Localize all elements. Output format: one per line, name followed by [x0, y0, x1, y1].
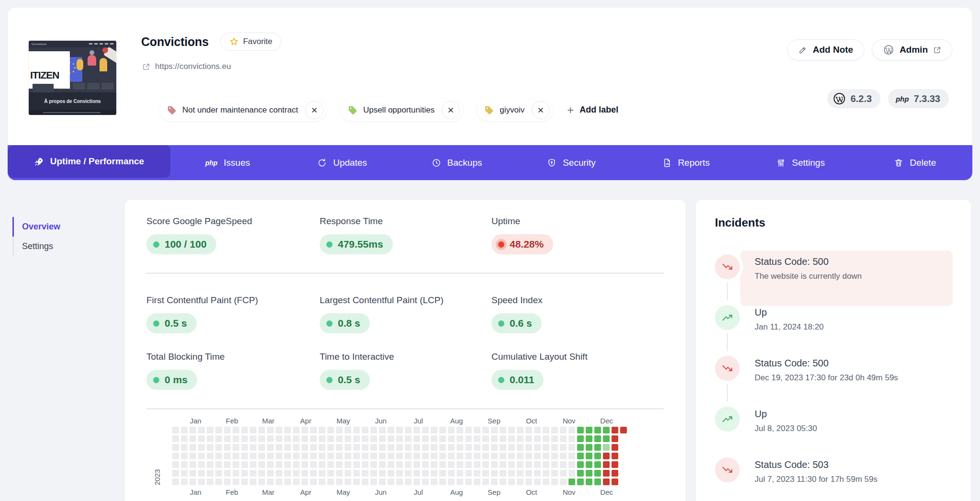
heatmap-cell[interactable] — [422, 461, 429, 468]
heatmap-cell[interactable] — [224, 453, 231, 459]
heatmap-cell[interactable] — [396, 470, 403, 477]
heatmap-cell[interactable] — [603, 461, 610, 468]
heatmap-cell[interactable] — [586, 470, 592, 477]
heatmap-cell[interactable] — [431, 427, 437, 433]
heatmap-cell[interactable] — [534, 427, 541, 433]
heatmap-cell[interactable] — [215, 427, 222, 433]
heatmap-cell[interactable] — [258, 444, 265, 451]
heatmap-cell[interactable] — [310, 435, 317, 442]
heatmap-cell[interactable] — [525, 435, 532, 442]
heatmap-cell[interactable] — [189, 478, 196, 485]
heatmap-cell[interactable] — [431, 453, 437, 459]
heatmap-cell[interactable] — [172, 470, 179, 477]
heatmap-cell[interactable] — [362, 453, 368, 459]
heatmap-cell[interactable] — [198, 470, 205, 477]
heatmap-cell[interactable] — [431, 461, 437, 468]
heatmap-cell[interactable] — [612, 427, 618, 433]
heatmap-cell[interactable] — [267, 470, 274, 477]
heatmap-cell[interactable] — [353, 435, 360, 442]
heatmap-cell[interactable] — [396, 461, 403, 468]
heatmap-cell[interactable] — [319, 435, 325, 442]
heatmap-cell[interactable] — [388, 478, 394, 485]
heatmap-cell[interactable] — [362, 461, 368, 468]
heatmap-cell[interactable] — [586, 427, 592, 433]
heatmap-cell[interactable] — [250, 461, 256, 468]
heatmap-cell[interactable] — [181, 453, 188, 459]
heatmap-cell[interactable] — [181, 478, 188, 485]
heatmap-cell[interactable] — [388, 444, 394, 451]
heatmap-cell[interactable] — [439, 470, 446, 477]
heatmap-cell[interactable] — [439, 453, 446, 459]
heatmap-cell[interactable] — [207, 478, 213, 485]
heatmap-cell[interactable] — [319, 470, 325, 477]
heatmap-cell[interactable] — [284, 444, 291, 451]
heatmap-cell[interactable] — [508, 427, 515, 433]
heatmap-cell[interactable] — [491, 470, 498, 477]
heatmap-cell[interactable] — [327, 435, 334, 442]
heatmap-cell[interactable] — [207, 461, 213, 468]
heatmap-cell[interactable] — [491, 461, 498, 468]
heatmap-cell[interactable] — [517, 470, 523, 477]
heatmap-cell[interactable] — [491, 427, 498, 433]
heatmap-cell[interactable] — [301, 435, 308, 442]
heatmap-cell[interactable] — [586, 453, 592, 459]
heatmap-cell[interactable] — [568, 444, 575, 451]
heatmap-cell[interactable] — [465, 453, 472, 459]
heatmap-cell[interactable] — [448, 427, 455, 433]
heatmap-cell[interactable] — [310, 478, 317, 485]
heatmap-cell[interactable] — [508, 435, 515, 442]
heatmap-cell[interactable] — [310, 461, 317, 468]
sidebar-item-settings[interactable]: Settings — [12, 237, 113, 256]
heatmap-cell[interactable] — [284, 453, 291, 459]
tab-uptime-performance[interactable]: Uptime / Performance — [8, 145, 170, 178]
heatmap-cell[interactable] — [448, 478, 455, 485]
heatmap-cell[interactable] — [413, 435, 420, 442]
heatmap-cell[interactable] — [336, 461, 343, 468]
heatmap-cell[interactable] — [353, 478, 360, 485]
heatmap-cell[interactable] — [500, 444, 506, 451]
heatmap-cell[interactable] — [396, 427, 403, 433]
heatmap-cell[interactable] — [482, 427, 489, 433]
heatmap-cell[interactable] — [181, 435, 188, 442]
site-thumbnail[interactable]: Convictions ITIZEN À propos de Convictio… — [29, 41, 116, 115]
heatmap-cell[interactable] — [370, 453, 377, 459]
heatmap-cell[interactable] — [594, 470, 601, 477]
heatmap-cell[interactable] — [448, 435, 455, 442]
heatmap-cell[interactable] — [612, 453, 618, 459]
heatmap-cell[interactable] — [474, 444, 480, 451]
heatmap-cell[interactable] — [379, 444, 386, 451]
tab-settings[interactable]: Settings — [743, 145, 858, 180]
heatmap-cell[interactable] — [396, 435, 403, 442]
heatmap-cell[interactable] — [457, 435, 463, 442]
heatmap-cell[interactable] — [198, 435, 205, 442]
heatmap-cell[interactable] — [224, 435, 231, 442]
heatmap-cell[interactable] — [362, 427, 368, 433]
heatmap-cell[interactable] — [482, 453, 489, 459]
heatmap-cell[interactable] — [439, 444, 446, 451]
heatmap-cell[interactable] — [293, 470, 300, 477]
heatmap-cell[interactable] — [301, 478, 308, 485]
heatmap-cell[interactable] — [413, 427, 420, 433]
heatmap-cell[interactable] — [207, 444, 213, 451]
heatmap-cell[interactable] — [465, 478, 472, 485]
heatmap-cell[interactable] — [345, 444, 351, 451]
heatmap-cell[interactable] — [301, 427, 308, 433]
heatmap-cell[interactable] — [250, 435, 256, 442]
heatmap-cell[interactable] — [525, 427, 532, 433]
heatmap-cell[interactable] — [551, 470, 558, 477]
heatmap-cell[interactable] — [405, 427, 412, 433]
remove-label-button[interactable] — [305, 101, 323, 119]
heatmap-cell[interactable] — [293, 444, 300, 451]
heatmap-cell[interactable] — [568, 435, 575, 442]
heatmap-cell[interactable] — [250, 478, 256, 485]
heatmap-cell[interactable] — [405, 470, 412, 477]
heatmap-cell[interactable] — [603, 453, 610, 459]
tab-updates[interactable]: Updates — [285, 145, 399, 180]
heatmap-cell[interactable] — [267, 461, 274, 468]
heatmap-cell[interactable] — [560, 435, 567, 442]
heatmap-cell[interactable] — [474, 461, 480, 468]
heatmap-cell[interactable] — [405, 435, 412, 442]
heatmap-cell[interactable] — [353, 461, 360, 468]
heatmap-cell[interactable] — [612, 435, 618, 442]
heatmap-cell[interactable] — [534, 470, 541, 477]
